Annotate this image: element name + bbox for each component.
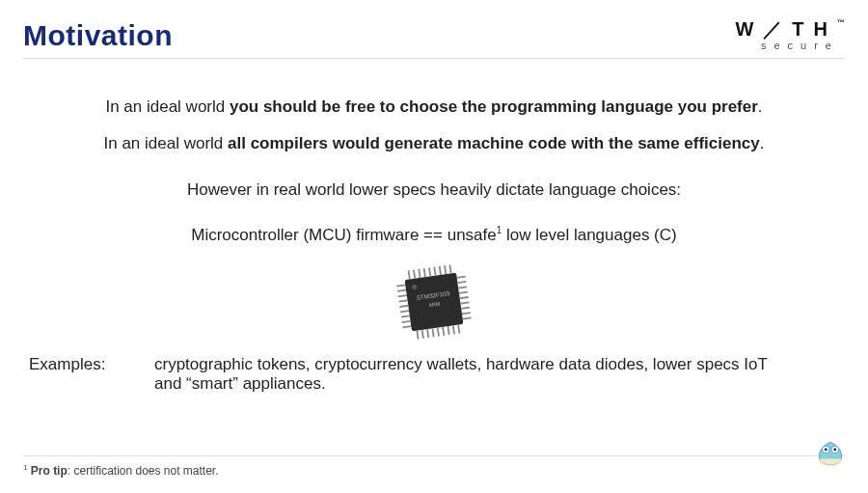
svg-line-13 (427, 329, 428, 338)
body: In an ideal world you should be free to … (23, 59, 845, 394)
microcontroller-icon: STM32F103 ARM (385, 253, 483, 351)
logo-sub: secure (735, 41, 845, 51)
ideal1-suffix: . (758, 97, 763, 116)
svg-line-18 (453, 325, 454, 334)
svg-line-19 (458, 324, 459, 333)
ideal-line-2: In an ideal world all compilers would ge… (23, 134, 845, 153)
withsecure-logo: W／TH™ secure (735, 19, 845, 51)
svg-line-17 (448, 326, 448, 335)
svg-line-7 (434, 266, 435, 275)
svg-line-8 (440, 266, 441, 275)
svg-line-9 (445, 265, 446, 274)
svg-line-16 (443, 327, 444, 336)
svg-line-24 (399, 305, 408, 306)
footnote-text: : certification does not matter. (68, 464, 219, 478)
real-world-line: However in real world lower specs heavil… (23, 180, 845, 200)
examples-label: Examples: (29, 355, 154, 394)
svg-line-21 (397, 289, 406, 290)
svg-line-37 (463, 317, 472, 318)
slide-title: Motivation (23, 19, 173, 52)
examples-text: cryptographic tokens, cryptocurrency wal… (154, 355, 772, 394)
svg-text:ARM: ARM (428, 300, 441, 308)
svg-line-34 (460, 302, 469, 303)
logo-main: W／TH™ (735, 19, 845, 39)
svg-line-28 (402, 326, 411, 327)
logo-main-text: W／TH (735, 18, 837, 40)
logo-tm: ™ (837, 18, 845, 27)
footer-rule (23, 455, 845, 456)
svg-line-14 (432, 328, 433, 337)
svg-line-2 (409, 270, 410, 279)
mcu-line: Microcontroller (MCU) firmware == unsafe… (23, 225, 845, 245)
svg-line-6 (429, 267, 430, 276)
svg-line-5 (424, 268, 425, 277)
svg-line-4 (419, 269, 420, 278)
svg-line-26 (401, 315, 410, 316)
svg-line-10 (449, 264, 450, 273)
svg-line-27 (402, 320, 411, 321)
header: Motivation W／TH™ secure (23, 19, 845, 59)
svg-line-30 (457, 282, 466, 283)
svg-line-29 (457, 276, 466, 277)
examples-row: Examples: cryptographic tokens, cryptocu… (23, 355, 845, 394)
svg-line-15 (438, 327, 439, 336)
ideal1-prefix: In an ideal world (105, 97, 230, 116)
gopher-mascot-icon (812, 429, 849, 470)
svg-line-12 (422, 330, 423, 339)
ideal2-prefix: In an ideal world (104, 134, 229, 152)
footnote: 1 Pro tip: certification does not matter… (23, 463, 219, 478)
svg-line-36 (462, 313, 471, 314)
mcu-right: low level languages (C) (502, 226, 676, 244)
footnote-label: Pro tip (27, 464, 67, 478)
svg-line-33 (460, 297, 469, 298)
svg-point-44 (833, 448, 836, 451)
svg-line-25 (400, 311, 409, 312)
ideal1-bold: you should be free to choose the program… (230, 97, 758, 116)
svg-line-11 (417, 330, 418, 339)
svg-point-45 (828, 452, 832, 454)
svg-line-22 (398, 295, 407, 296)
slide: Motivation W／TH™ secure In an ideal worl… (0, 0, 868, 493)
svg-line-20 (396, 285, 405, 286)
ideal2-bold: all compilers would generate machine cod… (228, 134, 760, 152)
ideal-line-1: In an ideal world you should be free to … (23, 97, 845, 117)
ideal2-suffix: . (760, 134, 765, 152)
svg-line-31 (458, 287, 467, 288)
svg-line-23 (399, 300, 408, 301)
svg-point-43 (825, 448, 827, 451)
mcu-left: Microcontroller (MCU) firmware == unsafe (191, 226, 496, 244)
svg-line-32 (459, 291, 468, 292)
svg-line-35 (461, 307, 470, 308)
chip-image: STM32F103 ARM (23, 259, 845, 345)
svg-line-3 (414, 269, 415, 278)
